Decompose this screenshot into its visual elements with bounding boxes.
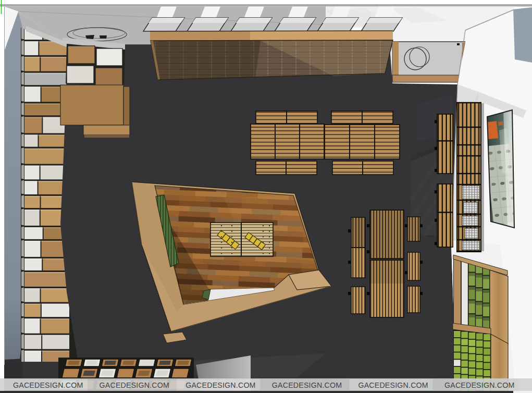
svg-text:GACEDESIGN.COM: GACEDESIGN.COM <box>100 381 169 389</box>
svg-text:GACEDESIGN.COM: GACEDESIGN.COM <box>13 381 83 389</box>
svg-text:GACEDESIGN.COM: GACEDESIGN.COM <box>358 381 428 389</box>
svg-text:GACEDESIGN.COM: GACEDESIGN.COM <box>185 381 255 389</box>
svg-text:GACEDESIGN.COM: GACEDESIGN.COM <box>444 381 514 389</box>
svg-text:GACEDESIGN.COM: GACEDESIGN.COM <box>272 381 342 389</box>
